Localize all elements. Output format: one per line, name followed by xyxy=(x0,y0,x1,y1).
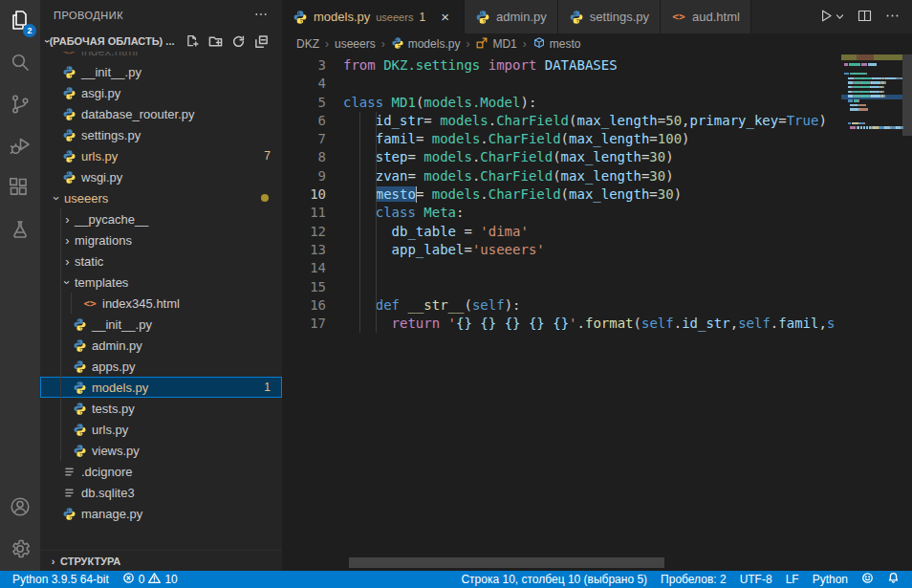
tree-item-settings-py[interactable]: settings.py xyxy=(40,124,282,145)
workspace-section-header[interactable]: › (РАБОЧАЯ ОБЛАСТЬ) ... xyxy=(40,31,282,52)
code-token: , xyxy=(818,316,826,331)
code-token: DATABASES xyxy=(545,57,618,73)
code-token: def xyxy=(376,297,400,313)
activity-search[interactable] xyxy=(0,42,40,84)
notifications-button[interactable] xyxy=(880,572,906,587)
new-folder-icon[interactable] xyxy=(208,34,223,49)
code-token xyxy=(343,242,392,257)
outline-section-header[interactable]: › СТРУКТУРА xyxy=(40,550,282,571)
debug-icon xyxy=(9,135,32,161)
tree-item-init-py[interactable]: __init__.py xyxy=(40,314,282,335)
breadcrumb-item-models-py[interactable]: models.py xyxy=(391,36,461,53)
close-icon[interactable]: × xyxy=(437,9,453,25)
split-editor-button[interactable] xyxy=(857,8,873,27)
language-mode[interactable]: Python xyxy=(806,573,855,586)
breadcrumb-item-dkz[interactable]: DKZ xyxy=(296,37,319,51)
code-token: = xyxy=(649,186,657,202)
code-token: DKZ.settings xyxy=(383,57,480,73)
tree-item-asgi-py[interactable]: asgi.py xyxy=(40,82,282,103)
tab-models-py[interactable]: models.pyuseeers1× xyxy=(282,0,465,33)
collapse-all-icon[interactable] xyxy=(254,34,269,49)
tree-item-views-py[interactable]: views.py xyxy=(40,440,282,461)
code-token: models xyxy=(432,131,481,146)
activity-run-debug[interactable] xyxy=(0,126,40,168)
python-icon xyxy=(72,359,87,374)
tree-item-urls-py[interactable]: urls.py7 xyxy=(40,145,282,166)
code-token: import xyxy=(489,57,537,73)
tree-item-label: __pycache__ xyxy=(75,212,148,227)
breadcrumb-item-useeers[interactable]: useeers xyxy=(335,37,376,51)
tab-settings-py[interactable]: settings.py xyxy=(558,0,661,33)
refresh-icon[interactable] xyxy=(231,34,246,49)
eol-selector[interactable]: LF xyxy=(779,573,806,586)
code-token: ( xyxy=(464,297,471,313)
minimap[interactable] xyxy=(841,54,902,217)
feedback-button[interactable] xyxy=(855,572,880,587)
tree-item-index345-html[interactable]: <>index345.html xyxy=(40,293,282,314)
tab-aud-html[interactable]: <>aud.html xyxy=(661,0,751,33)
code-editor[interactable]: 3from DKZ.settings import DATABASES45cla… xyxy=(282,54,912,571)
breadcrumb-label: useeers xyxy=(335,37,376,51)
code-token: CharField xyxy=(496,113,569,128)
search-icon xyxy=(9,51,32,76)
python-icon xyxy=(61,506,76,521)
vertical-scrollbar[interactable] xyxy=(902,54,912,136)
activity-settings[interactable] xyxy=(0,529,40,571)
tree-item-index-html[interactable]: <>index.html xyxy=(40,52,282,61)
editor-group: models.pyuseeers1×admin.pysettings.py<>a… xyxy=(282,0,912,571)
new-file-icon[interactable] xyxy=(185,34,200,49)
tree-item-useeers[interactable]: ›useeers xyxy=(40,187,282,208)
activity-explorer[interactable]: 2 xyxy=(0,0,40,42)
code-token: 100 xyxy=(658,131,682,146)
code-token: ) xyxy=(818,113,826,128)
code-line-8: 8 step= models.CharField(max_length=30) xyxy=(282,148,912,166)
activity-accounts[interactable] xyxy=(0,487,40,529)
views-more-actions-icon[interactable] xyxy=(253,7,269,24)
activity-extensions[interactable] xyxy=(0,168,40,210)
code-token xyxy=(480,57,488,73)
code-token: db_table xyxy=(392,224,456,239)
chevron-down-icon[interactable] xyxy=(835,11,845,22)
more-actions-button[interactable] xyxy=(884,8,901,27)
status-bar-right: Строка 10, столбец 10 (выбрано 5)Пробело… xyxy=(454,572,906,587)
activity-testing[interactable] xyxy=(0,210,40,252)
code-token: {} xyxy=(505,316,521,331)
tree-item-static[interactable]: ›static xyxy=(40,250,282,272)
tree-item-apps-py[interactable]: apps.py xyxy=(40,356,282,377)
python-interpreter[interactable]: Python 3.9.5 64-bit xyxy=(6,571,116,588)
code-token: = xyxy=(649,131,657,146)
python-icon xyxy=(61,148,76,163)
indent-guide xyxy=(359,112,360,130)
tree-item-templates[interactable]: ›templates xyxy=(40,272,282,293)
tree-item-init-py[interactable]: __init__.py xyxy=(40,61,282,82)
tree-item-admin-py[interactable]: admin.py xyxy=(40,335,282,356)
run-python-file-button[interactable] xyxy=(818,8,845,27)
problems-indicator[interactable]: 010 xyxy=(116,571,185,588)
tree-item-tests-py[interactable]: tests.py xyxy=(40,398,282,419)
tree-item-database-roouter-py[interactable]: database_roouter.py xyxy=(40,103,282,124)
tree-item-models-py[interactable]: models.py1 xyxy=(40,377,282,398)
gear-icon xyxy=(9,537,32,563)
tree-item-db-sqlite3[interactable]: db.sqlite3 xyxy=(40,482,282,503)
tree-item-urls-py[interactable]: urls.py xyxy=(40,419,282,440)
minimap-line xyxy=(844,108,901,111)
tree-item-wsgi-py[interactable]: wsgi.py xyxy=(40,166,282,187)
cursor-position[interactable]: Строка 10, столбец 10 (выбрано 5) xyxy=(454,573,654,586)
breadcrumb-item-md1[interactable]: MD1 xyxy=(475,36,516,53)
tree-item-label: __init__.py xyxy=(81,65,141,79)
tree-item-pycache[interactable]: ›__pycache__ xyxy=(40,208,282,229)
tree-item-migrations[interactable]: ›migrations xyxy=(40,229,282,250)
tree-item-manage-py[interactable]: manage.py xyxy=(40,503,282,524)
encoding[interactable]: UTF-8 xyxy=(733,573,779,586)
tree-item-label: database_roouter.py xyxy=(81,107,195,121)
breadcrumb-item-mesto[interactable]: mesto xyxy=(532,36,581,53)
indentation[interactable]: Пробелов: 2 xyxy=(654,573,733,586)
activity-source-control[interactable] xyxy=(0,84,40,126)
outline-label: СТРУКТУРА xyxy=(60,555,120,567)
tab-admin-py[interactable]: admin.py xyxy=(465,0,558,33)
code-line-4: 4 xyxy=(282,75,912,93)
tree-item-label: useeers xyxy=(64,191,108,206)
tree-item-dcignore[interactable]: .dcignore xyxy=(40,461,282,482)
horizontal-scrollbar[interactable] xyxy=(349,557,664,568)
indent-guide xyxy=(376,167,377,185)
